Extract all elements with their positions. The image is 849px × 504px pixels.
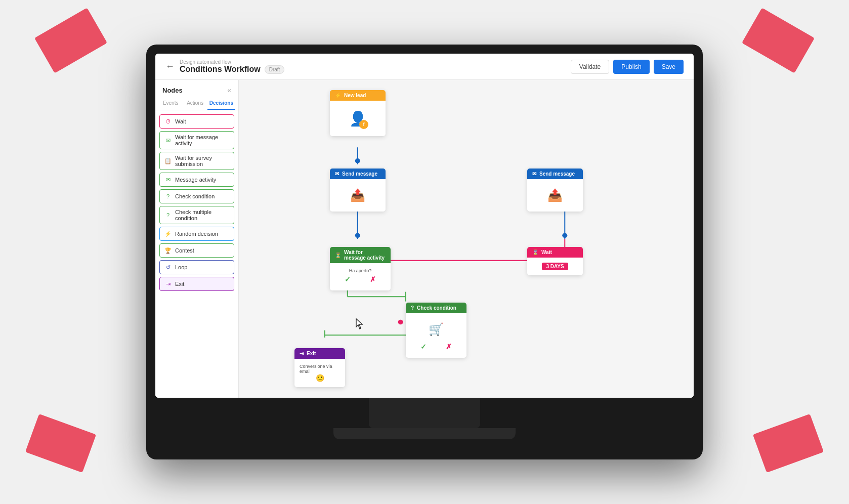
header-info: Design automated flow Conditions Workflo… <box>180 59 284 74</box>
monitor-base <box>333 428 516 439</box>
send-message-2-body: 📤 <box>527 179 583 212</box>
sidebar-item-message-activity-label: Message activity <box>175 177 216 183</box>
monitor-screen: ← Design automated flow Conditions Workf… <box>155 54 694 398</box>
header-left: ← Design automated flow Conditions Workf… <box>165 59 284 74</box>
sidebar-item-contest[interactable]: 🏆 Contest <box>159 243 234 258</box>
random-icon: ⚡ <box>164 230 172 238</box>
node-wait-right[interactable]: ⌛ Wait 3 DAYS <box>527 247 583 275</box>
node-new-lead[interactable]: ⚡ New lead 👤 f <box>330 90 386 136</box>
collapse-icon[interactable]: « <box>227 86 231 94</box>
wait-msg-icon: ⏳ <box>335 253 341 258</box>
header-buttons: Validate Publish Save <box>571 60 684 74</box>
sidebar-item-check-multiple-label: Check multiple condition <box>175 209 230 221</box>
tab-events[interactable]: Events <box>158 97 183 110</box>
sidebar-item-check-condition[interactable]: ? Check condition <box>159 189 234 203</box>
sidebar-item-wait-message-label: Wait for message activity <box>175 134 230 146</box>
mail-icon-2: ✉ <box>532 171 536 177</box>
svg-point-14 <box>562 233 567 238</box>
app-header: ← Design automated flow Conditions Workf… <box>155 54 694 80</box>
corner-decoration-tr <box>742 8 815 73</box>
smiley-icon: 🙂 <box>316 374 324 382</box>
send-message-2-header: ✉ Send message <box>527 169 583 179</box>
conversione-label: Conversione via email <box>300 364 340 374</box>
cart-icon: 🛒 <box>429 318 444 341</box>
check-condition-header: ? Check condition <box>406 303 466 313</box>
node-exit[interactable]: ⇥ Exit Conversione via email 🙂 <box>294 348 345 387</box>
no-mark: ✗ <box>370 275 376 283</box>
contest-icon: 🏆 <box>164 246 172 255</box>
tab-actions[interactable]: Actions <box>183 97 207 110</box>
person-badge: f <box>359 120 368 129</box>
wait-message-icon: ✉ <box>164 136 172 144</box>
monitor-stand <box>369 398 480 428</box>
send-message-1-header: ✉ Send message <box>330 169 386 179</box>
wait-message-label: Wait for message activity <box>344 249 386 261</box>
send-message-2-label: Send message <box>539 171 575 177</box>
sidebar-item-wait-label: Wait <box>175 118 186 124</box>
app-body: Nodes « Events Actions Decisions ⏱ Wait … <box>155 80 694 398</box>
send-message-1-body: 📤 <box>330 179 386 212</box>
check-condition-icon: ? <box>164 192 172 200</box>
check-condition-body: 🛒 ✓ ✗ <box>406 313 466 358</box>
sidebar-item-loop[interactable]: ↺ Loop <box>159 260 234 274</box>
exit-body: Conversione via email 🙂 <box>294 359 345 387</box>
sidebar: Nodes « Events Actions Decisions ⏱ Wait … <box>155 80 239 398</box>
sidebar-item-wait[interactable]: ⏱ Wait <box>159 114 234 129</box>
node-wait-message[interactable]: ⏳ Wait for message activity Ha aperto? ✓… <box>330 247 391 290</box>
svg-point-13 <box>355 233 360 238</box>
sidebar-item-check-multiple[interactable]: ? Check multiple condition <box>159 206 234 224</box>
sidebar-item-wait-survey[interactable]: 📋 Wait for survey submission <box>159 152 234 170</box>
wait-survey-icon: 📋 <box>164 157 172 165</box>
exit-label: Exit <box>307 351 316 356</box>
exit-icon: ⇥ <box>164 280 172 288</box>
sidebar-item-message-activity[interactable]: ✉ Message activity <box>159 173 234 187</box>
send-message-1-label: Send message <box>342 171 377 177</box>
hourglass-icon: ⌛ <box>532 249 538 255</box>
lightning-icon: ⚡ <box>335 93 341 98</box>
check-multiple-icon: ? <box>164 211 172 219</box>
no-mark-check: ✗ <box>446 343 452 351</box>
sidebar-item-exit[interactable]: ⇥ Exit <box>159 277 234 291</box>
svg-marker-18 <box>356 319 362 329</box>
canvas: ⚡ New lead 👤 f ✉ <box>239 80 694 398</box>
publish-button[interactable]: Publish <box>613 60 649 74</box>
sidebar-item-wait-survey-label: Wait for survey submission <box>175 155 230 167</box>
save-button[interactable]: Save <box>654 60 684 74</box>
message-activity-icon: ✉ <box>164 176 172 184</box>
exit-header: ⇥ Exit <box>294 348 345 359</box>
corner-decoration-bl <box>25 414 96 473</box>
back-button[interactable]: ← <box>165 61 175 72</box>
wait-message-body: Ha aperto? ✓ ✗ <box>330 263 391 290</box>
check-condition-label: Check condition <box>417 305 456 311</box>
mail-icon-1: ✉ <box>335 171 339 177</box>
sidebar-item-random[interactable]: ⚡ Random decision <box>159 227 234 241</box>
wait-right-label: Wait <box>541 249 552 255</box>
wait-right-header: ⌛ Wait <box>527 247 583 258</box>
corner-decoration-br <box>753 414 824 473</box>
wait-message-header: ⏳ Wait for message activity <box>330 247 391 263</box>
node-check-condition[interactable]: ? Check condition 🛒 ✓ ✗ <box>406 303 466 358</box>
flow-container: ⚡ New lead 👤 f ✉ <box>239 80 694 398</box>
new-lead-header: ⚡ New lead <box>330 90 386 101</box>
breadcrumb: Design automated flow <box>180 59 284 65</box>
send-msg-1-icon: 📤 <box>350 184 365 206</box>
days-badge: 3 DAYS <box>542 263 568 270</box>
sidebar-title: Nodes <box>162 87 183 94</box>
loop-icon: ↺ <box>164 263 172 271</box>
node-send-message-1[interactable]: ✉ Send message 📤 <box>330 169 386 212</box>
wait-icon: ⏱ <box>164 117 172 125</box>
validate-button[interactable]: Validate <box>571 60 609 74</box>
svg-point-12 <box>355 158 360 163</box>
wait-right-body: 3 DAYS <box>527 258 583 275</box>
branch-marks-check: ✓ ✗ <box>411 341 461 353</box>
node-send-message-2[interactable]: ✉ Send message 📤 <box>527 169 583 212</box>
branch-marks-wait: ✓ ✗ <box>335 273 386 285</box>
tab-decisions[interactable]: Decisions <box>207 97 235 110</box>
exit-node-icon: ⇥ <box>300 351 304 356</box>
sidebar-item-wait-message[interactable]: ✉ Wait for message activity <box>159 131 234 149</box>
sidebar-item-loop-label: Loop <box>175 264 187 270</box>
corner-decoration-tl <box>34 8 107 73</box>
person-icon: 👤 f <box>345 106 370 131</box>
sidebar-item-contest-label: Contest <box>175 247 194 254</box>
sidebar-item-random-label: Random decision <box>175 231 218 237</box>
